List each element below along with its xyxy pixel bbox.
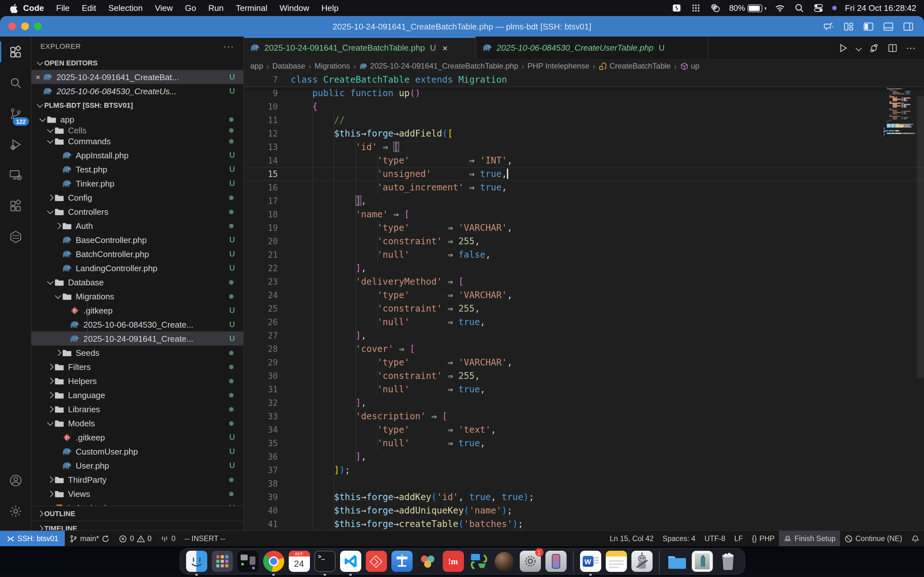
open-editors-header[interactable]: OPEN EDITORS [31, 56, 243, 70]
tree-item-controllers[interactable]: Controllers [31, 205, 243, 219]
activity-item-hexagon-extension[interactable] [0, 221, 31, 252]
tree-item-app[interactable]: app [31, 112, 243, 126]
apple-menu-icon[interactable] [9, 3, 19, 13]
tree-item-test-php[interactable]: Test.phpU [31, 162, 243, 176]
toggle-panel-left-button[interactable] [863, 21, 874, 32]
dock-app-launchpad[interactable] [212, 551, 233, 572]
chevron-right-icon[interactable] [45, 376, 55, 385]
search-icon[interactable] [793, 3, 804, 13]
tree-item-filters[interactable]: Filters [31, 359, 243, 374]
toggle-panel-right-button[interactable] [903, 21, 914, 32]
screen-mirror-icon[interactable] [671, 3, 682, 13]
chevron-down-icon[interactable] [45, 137, 55, 145]
customize-layout-button[interactable] [843, 21, 854, 32]
activity-item-accounts[interactable] [0, 465, 31, 496]
minimize-window-button[interactable] [21, 23, 29, 30]
vim-mode[interactable]: -- INSERT -- [180, 531, 230, 546]
battery-indicator[interactable]: 80% [729, 3, 766, 13]
breadcrumb-item[interactable]: CreateBatchTable [599, 61, 671, 71]
menu-item-view[interactable]: View [155, 3, 173, 13]
dock-app-keynote[interactable] [391, 551, 412, 572]
tree-item-thirdparty[interactable]: ThirdParty [31, 472, 243, 487]
menu-item-selection[interactable]: Selection [108, 3, 143, 13]
dock-app-sphere-app[interactable] [494, 551, 515, 572]
breadcrumb-item[interactable]: Database [272, 61, 305, 71]
project-root-header[interactable]: PLMS-BDT [SSH: BTSV01] [31, 98, 243, 112]
chevron-right-icon[interactable] [45, 475, 55, 484]
close-editor-icon[interactable]: × [33, 72, 43, 82]
compare-changes-button[interactable] [869, 43, 879, 53]
dock-app-finder[interactable] [186, 551, 207, 572]
chevron-down-icon[interactable] [45, 277, 55, 287]
zoom-window-button[interactable] [34, 23, 42, 30]
menu-item-window[interactable]: Window [279, 3, 309, 13]
chevron-down-icon[interactable] [45, 126, 55, 134]
sidebar-more-actions-button[interactable]: ··· [223, 41, 234, 51]
control-center-icon[interactable] [813, 3, 824, 13]
remote-indicator[interactable]: SSH: btsv01 [0, 531, 65, 546]
chevron-down-icon[interactable] [45, 419, 55, 428]
breadcrumb-item[interactable]: Migrations [314, 61, 350, 71]
tree-item-migrations[interactable]: Migrations [31, 289, 243, 303]
tree-item-commands[interactable]: Commands [31, 134, 243, 148]
tree-item-user-php[interactable]: User.phpU [31, 458, 243, 472]
tree-item-seeds[interactable]: Seeds [31, 346, 243, 359]
tree-item-appinstall-php[interactable]: AppInstall.phpU [31, 148, 243, 162]
chevron-right-icon[interactable] [45, 390, 55, 400]
split-editor-button[interactable] [887, 43, 898, 53]
dock-app-iphone-mirroring[interactable] [545, 551, 566, 572]
eol[interactable]: LF [730, 531, 748, 546]
toggle-panel-bottom-button[interactable] [883, 21, 894, 32]
tree-item--gitkeep[interactable]: .gitkeepU [31, 303, 243, 318]
tree-item-models[interactable]: Models [31, 416, 243, 430]
chevron-down-icon[interactable] [53, 292, 62, 301]
dock-app-downloads-folder[interactable] [666, 551, 687, 572]
tree-item-cells[interactable]: Cells [31, 126, 243, 134]
tree-item-tinker-php[interactable]: Tinker.phpU [31, 176, 243, 190]
dock-app-marginnote[interactable]: !m [443, 551, 464, 572]
dock-app-notes[interactable] [606, 551, 627, 572]
menu-item-file[interactable]: File [56, 3, 69, 13]
timeline-header[interactable]: TIMELINE [31, 521, 243, 530]
tree-item-libraries[interactable]: Libraries [31, 402, 243, 416]
tree-item-views[interactable]: Views [31, 487, 243, 501]
editor-tab[interactable]: 2025-10-06-084530_CreateUserTable.phpU [476, 37, 708, 59]
run-dropdown-icon[interactable] [856, 42, 861, 53]
dock-app-word[interactable]: W [580, 551, 601, 572]
wifi-icon[interactable] [774, 3, 785, 13]
tree-item-2025-10-24-091641-create-[interactable]: 2025-10-24-091641_Create...U [31, 332, 243, 346]
chevron-right-icon[interactable] [53, 348, 62, 357]
outline-header[interactable]: OUTLINE [31, 506, 243, 521]
tree-item-database[interactable]: Database [31, 275, 243, 289]
language-mode[interactable]: {}PHP [748, 531, 779, 546]
activity-item-extensions[interactable] [0, 190, 31, 221]
dock-app-system-settings[interactable]: 1 [519, 551, 541, 572]
activity-item-explorer[interactable] [0, 37, 31, 67]
tree-item-customuser-php[interactable]: CustomUser.phpU [31, 444, 243, 458]
tree-item-batchcontroller-php[interactable]: BatchController.phpU [31, 247, 243, 261]
menu-item-edit[interactable]: Edit [82, 3, 96, 13]
activity-item-remote-explorer[interactable] [0, 160, 31, 190]
app-grid-icon[interactable] [690, 3, 701, 13]
dock-app-davinci-resolve[interactable] [417, 551, 438, 572]
code-editor[interactable]: 7class CreateBatchTable extends Migratio… [244, 73, 924, 530]
circles-icon[interactable] [710, 3, 720, 13]
dock-app-terminal[interactable]: >_ [314, 551, 335, 572]
copilot-chat-button[interactable] [823, 21, 834, 32]
encoding[interactable]: UTF-8 [700, 531, 730, 546]
dock-app-red-diamond-app[interactable] [365, 551, 387, 572]
dock-app-image-file[interactable] [691, 551, 712, 572]
dock-app-screen-sync[interactable] [468, 551, 489, 572]
close-window-button[interactable] [8, 23, 16, 30]
tree-item-basecontroller-php[interactable]: BaseController.phpU [31, 233, 243, 247]
dock-app-chrome[interactable] [263, 551, 284, 572]
chevron-right-icon[interactable] [53, 221, 62, 230]
continue-item[interactable]: Continue (NE) [840, 531, 907, 546]
breadcrumb-item[interactable]: app [250, 61, 263, 71]
activity-item-search[interactable] [0, 67, 31, 98]
tree-item-auth[interactable]: Auth [31, 219, 243, 233]
breadcrumb-item[interactable]: 2025-10-24-091641_CreateBatchTable.php [359, 61, 519, 71]
ports[interactable]: 0 [156, 531, 180, 546]
close-tab-icon[interactable]: × [443, 43, 447, 53]
dock-app-automator[interactable] [631, 551, 652, 572]
